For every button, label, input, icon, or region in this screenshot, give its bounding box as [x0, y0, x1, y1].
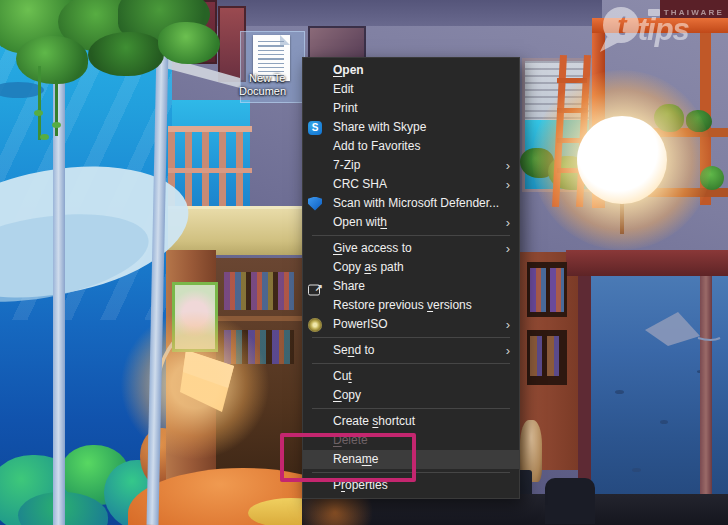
menu-item-label: PowerISO: [333, 317, 388, 331]
menu-item-label: Create shortcut: [333, 414, 415, 428]
menu-item-label: Open: [333, 63, 364, 77]
menu-separator: [312, 337, 510, 338]
menu-item-copy[interactable]: Copy: [303, 386, 519, 405]
file-label-line1[interactable]: New Te: [249, 72, 285, 84]
stingray-silhouette: [645, 312, 700, 346]
menu-item-label: Send to: [333, 343, 374, 357]
menu-item-label: Share with Skype: [333, 120, 426, 134]
menu-item-add-to-favorites[interactable]: Add to Favorites: [303, 137, 519, 156]
ball-lamp: [577, 116, 667, 204]
menu-item-label: Restore previous versions: [333, 298, 472, 312]
hanging-plant: [158, 22, 220, 64]
plant-vine: [38, 66, 41, 140]
menu-item-create-shortcut[interactable]: Create shortcut: [303, 412, 519, 431]
submenu-arrow-icon: ›: [506, 175, 510, 194]
submenu-arrow-icon: ›: [506, 341, 510, 360]
menu-item-copy-as-path[interactable]: Copy as path: [303, 258, 519, 277]
menu-item-print[interactable]: Print: [303, 99, 519, 118]
hanging-plant: [88, 32, 164, 76]
share-icon: [308, 284, 320, 295]
menu-item-label: 7-Zip: [333, 158, 360, 172]
menu-item-label: Share: [333, 279, 365, 293]
chair-silhouette: [545, 478, 595, 524]
menu-item-edit[interactable]: Edit: [303, 80, 519, 99]
vine-leaf: [34, 110, 43, 116]
menu-item-share[interactable]: Share: [303, 277, 519, 296]
menu-item-label: Open with: [333, 215, 387, 229]
hanging-plant: [16, 36, 88, 84]
menu-item-open[interactable]: Open: [303, 61, 519, 80]
menu-item-share-with-skype[interactable]: SShare with Skype: [303, 118, 519, 137]
book-spines: [530, 268, 564, 312]
submenu-arrow-icon: ›: [506, 315, 510, 334]
poweriso-icon: [308, 318, 322, 332]
thaiware-tips-watermark: t THAIWARE tips: [598, 4, 724, 54]
menu-separator: [312, 363, 510, 364]
submenu-arrow-icon: ›: [506, 213, 510, 232]
menu-item-crc-sha[interactable]: CRC SHA›: [303, 175, 519, 194]
menu-item-7-zip[interactable]: 7-Zip›: [303, 156, 519, 175]
menu-item-give-access-to[interactable]: Give access to›: [303, 239, 519, 258]
page-text-lines: [258, 41, 284, 76]
vine-leaf: [40, 134, 49, 140]
menu-item-label: Copy as path: [333, 260, 404, 274]
menu-item-cut[interactable]: Cut: [303, 367, 519, 386]
stingray-tail: [698, 338, 720, 340]
menu-item-restore-previous-versions[interactable]: Restore previous versions: [303, 296, 519, 315]
menu-item-label: Print: [333, 101, 358, 115]
desktop[interactable]: t THAIWARE tips New Te Documen: [0, 0, 728, 525]
submenu-arrow-icon: ›: [506, 239, 510, 258]
rename-highlight-annotation: [280, 433, 416, 482]
menu-item-label: Add to Favorites: [333, 139, 420, 153]
vine-leaf: [52, 122, 61, 128]
defender-icon: [308, 197, 322, 211]
menu-item-label: Scan with Microsoft Defender...: [333, 196, 499, 210]
menu-separator: [312, 235, 510, 236]
menu-item-label: Edit: [333, 82, 354, 96]
submenu-arrow-icon: ›: [506, 156, 510, 175]
menu-item-open-with[interactable]: Open with›: [303, 213, 519, 232]
book-spines: [530, 336, 564, 376]
menu-item-label: Give access to: [333, 241, 412, 255]
menu-item-label: Copy: [333, 388, 361, 402]
menu-item-send-to[interactable]: Send to›: [303, 341, 519, 360]
floor-lamp-halo: [120, 310, 270, 460]
menu-item-label: CRC SHA: [333, 177, 387, 191]
menu-separator: [312, 408, 510, 409]
menu-item-label: Cut: [333, 369, 352, 383]
menu-item-poweriso[interactable]: PowerISO›: [303, 315, 519, 334]
menu-item-scan-with-microsoft-defender[interactable]: Scan with Microsoft Defender...: [303, 194, 519, 213]
file-label-line2[interactable]: Documen: [239, 85, 286, 97]
tips-brand-text: tips: [638, 17, 724, 43]
skype-icon: S: [308, 121, 322, 135]
